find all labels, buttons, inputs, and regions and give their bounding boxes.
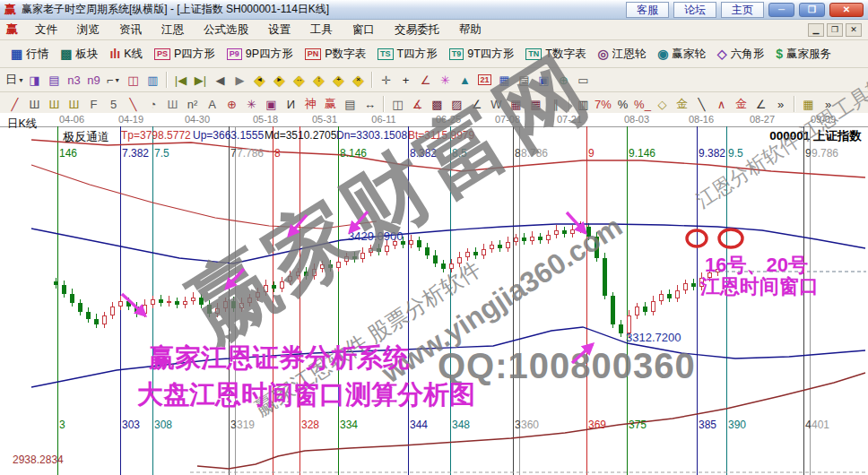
winner-service-button[interactable]: $赢家服务 (773, 45, 834, 64)
9t-square-button[interactable]: T99T四方形 (447, 45, 517, 64)
spiral-5-button[interactable]: 5 (104, 95, 123, 113)
dense-grid-2-button[interactable]: ▦ (526, 95, 545, 113)
t-square-button[interactable]: TST四方形 (375, 45, 440, 64)
badge-pen-button[interactable]: ╲ (124, 95, 143, 113)
t-number-table-button[interactable]: TNT数字表 (523, 45, 588, 64)
parallel-lines-button[interactable]: ∥ (546, 95, 565, 113)
child-minimize-button[interactable]: ▁ (808, 23, 824, 37)
zoom-right-diamond-button[interactable]: ◆▸ (270, 71, 289, 89)
a-wave-button[interactable]: ∧ (712, 95, 731, 113)
gann-circle-button[interactable]: ⊕ (222, 95, 241, 113)
cycle-clock-button[interactable]: ◔ (143, 95, 162, 113)
reset-zoom-diamond-button[interactable]: ◆× (349, 71, 368, 89)
page-next-button[interactable]: ▶ (230, 71, 249, 89)
width-arrows-button[interactable]: ↔ (360, 95, 379, 113)
f-comb-button[interactable]: F (84, 95, 103, 113)
hist-box-button[interactable]: ▥ (574, 95, 593, 113)
hand-tool-button[interactable]: ✛ (377, 71, 395, 89)
period-selector-button[interactable]: 日▼ (5, 71, 24, 89)
compass-tool-button[interactable]: ∠ (416, 71, 435, 89)
menu-item-8[interactable]: 交易委托 (385, 21, 449, 39)
dense-grid-1-button[interactable]: ▦ (507, 95, 525, 113)
star-lines-button[interactable]: ✳ (242, 95, 261, 113)
menu-item-2[interactable]: 资讯 (109, 21, 152, 39)
gold-hex-button[interactable]: ◇ (653, 95, 672, 113)
p-square-button[interactable]: PSP四方形 (152, 45, 218, 64)
more-2-button[interactable]: » (819, 95, 838, 113)
percent-line-button[interactable]: %_ (633, 95, 652, 113)
ink-pen-button[interactable]: ╲ (692, 95, 711, 113)
grid-comb-button[interactable]: Ш (25, 95, 44, 113)
menu-item-6[interactable]: 工具 (300, 21, 343, 39)
quotes-button[interactable]: ▦行情 (8, 45, 51, 64)
go-first-button[interactable]: |◀ (171, 71, 190, 89)
hexagon-button[interactable]: ◇六角形 (715, 45, 767, 64)
ying-tool-button[interactable]: 赢 (321, 95, 340, 113)
gold-comb-2-button[interactable]: Ш (65, 95, 83, 113)
save-button[interactable]: ▣ (534, 71, 553, 89)
signal-chart-button[interactable]: ▥ (143, 71, 162, 89)
page-prev-button[interactable]: ◀ (211, 71, 230, 89)
n-squared-button[interactable]: n² (183, 95, 202, 113)
menu-item-1[interactable]: 浏览 (67, 21, 109, 39)
wave-lines-button[interactable]: W (487, 95, 506, 113)
grid-colored-button[interactable]: ▦ (799, 95, 818, 113)
child-restore-button[interactable]: ❐ (827, 23, 843, 37)
wave-9-button[interactable]: n9 (84, 71, 103, 89)
gold-comb-1-button[interactable]: Ш (45, 95, 64, 113)
calendar-button[interactable]: 21 (475, 71, 494, 89)
gann-report-button[interactable]: ◫ (124, 71, 143, 89)
percent-zone-button[interactable]: 7% (594, 95, 612, 113)
pen-tool-button[interactable]: ╱ (5, 95, 24, 113)
expand-v-diamond-button[interactable]: ◆↕ (309, 71, 328, 89)
expand-all-diamond-button[interactable]: ◆+ (329, 71, 348, 89)
go-last-button[interactable]: ▶| (191, 71, 210, 89)
ruler-123-button[interactable]: ▤ (341, 95, 360, 113)
homepage-button[interactable]: 主页 (721, 2, 764, 18)
angle-fan-button[interactable]: ∠ (751, 95, 770, 113)
angle-lines-button[interactable]: ∠ (467, 95, 486, 113)
dark-square-2-button[interactable]: ▨ (447, 95, 466, 113)
gold-line-2-button[interactable]: 金 (732, 95, 751, 113)
fan-lines-button[interactable]: ∡ (408, 95, 427, 113)
wave-3-button[interactable]: n3 (65, 71, 83, 89)
customer-service-button[interactable]: 客服 (626, 2, 669, 18)
menu-item-7[interactable]: 窗口 (343, 21, 385, 39)
calculator-button[interactable]: ▦ (495, 71, 514, 89)
child-close-button[interactable]: ✕ (846, 23, 862, 37)
menu-item-4[interactable]: 公式选股 (194, 21, 258, 39)
chart-layout-button[interactable]: ◨ (25, 71, 44, 89)
more-1-button[interactable]: » (771, 95, 790, 113)
notebook-button[interactable]: ▤ (515, 71, 534, 89)
gold-level-button[interactable]: 金 (673, 95, 691, 113)
k-mark-button[interactable]: И (282, 95, 300, 113)
printer-button[interactable]: ▭ (574, 71, 593, 89)
menu-item-0[interactable]: 文件 (25, 21, 67, 39)
forum-button[interactable]: 论坛 (673, 2, 716, 18)
box-frame-button[interactable]: ◫ (388, 95, 407, 113)
zoom-left-diamond-button[interactable]: ◆◂ (250, 71, 269, 89)
menu-item-5[interactable]: 设置 (258, 21, 300, 39)
plain-comb-button[interactable]: Ш (163, 95, 182, 113)
percent-button[interactable]: % (613, 95, 632, 113)
dark-square-1-button[interactable]: ▩ (428, 95, 447, 113)
flower-mark-button[interactable]: ✳ (436, 71, 455, 89)
9p-square-button[interactable]: P99P四方形 (224, 45, 296, 64)
close-button[interactable]: ✕ (829, 3, 864, 17)
a-lines-button[interactable]: A (203, 95, 221, 113)
minimize-button[interactable]: ─ (768, 3, 794, 17)
export-data-button[interactable]: ⊕ (554, 71, 573, 89)
square-spiral-button[interactable]: ▣ (262, 95, 281, 113)
kline-button[interactable]: ılıK线 (107, 45, 145, 64)
p-number-table-button[interactable]: PNP数字表 (302, 45, 369, 64)
info-list-button[interactable]: ▤ (45, 71, 64, 89)
menu-item-3[interactable]: 江恩 (152, 21, 194, 39)
crosshair-tool-button[interactable]: + (396, 71, 415, 89)
menu-item-9[interactable]: 帮助 (449, 21, 491, 39)
mountain-view-button[interactable]: ▲ (456, 71, 474, 89)
gann-wheel-button[interactable]: ◎江恩轮 (595, 45, 648, 64)
shen-tool-button[interactable]: 神 (301, 95, 320, 113)
expand-h-diamond-button[interactable]: ◆↔ (290, 71, 308, 89)
sectors-button[interactable]: ▩板块 (57, 45, 100, 64)
maximize-button[interactable]: ❐ (799, 3, 825, 17)
